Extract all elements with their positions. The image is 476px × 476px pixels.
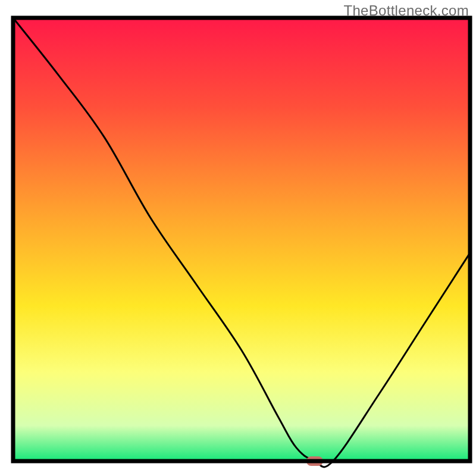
chart-stage: TheBottleneck.com [0, 0, 476, 476]
gradient-background [13, 18, 470, 461]
bottleneck-chart [0, 0, 476, 476]
